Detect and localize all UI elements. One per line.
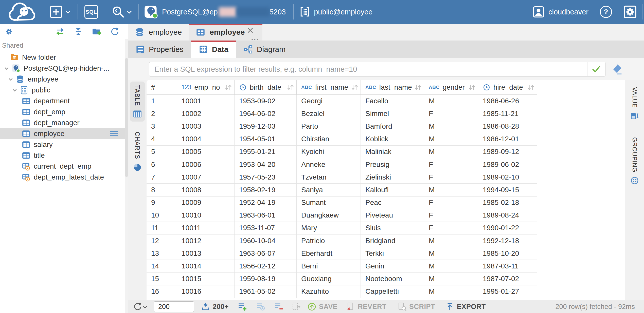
grid-cell[interactable]: 1963-06-07 — [235, 247, 297, 260]
grid-cell[interactable]: 1955-01-21 — [235, 146, 297, 158]
column-header-birth_date[interactable]: birth_date — [235, 80, 297, 95]
tab-charts-presentation[interactable]: CHARTS — [130, 128, 145, 175]
apply-filter-check-icon[interactable] — [592, 65, 601, 74]
grid-cell[interactable]: 10015 — [177, 273, 235, 285]
grid-cell[interactable]: Saniya — [297, 184, 361, 196]
context-menu-icon[interactable] — [110, 129, 118, 138]
grid-cell[interactable]: 10012 — [177, 234, 235, 247]
column-header-gender[interactable]: ABCgender — [424, 80, 478, 95]
grid-cell[interactable]: 1952-04-19 — [235, 197, 297, 209]
grid-cell[interactable]: Georgi — [297, 95, 361, 107]
grid-cell[interactable]: M — [424, 184, 478, 196]
grid-cell[interactable]: 1985-11-21 — [478, 107, 537, 120]
grid-cell[interactable]: Kalloufi — [361, 184, 424, 196]
row-number-cell[interactable]: 11 — [147, 222, 177, 234]
tree-item-salary[interactable]: salary — [0, 139, 128, 150]
tab-grouping-panel[interactable]: GROUPING — [627, 134, 642, 188]
grid-cell[interactable]: F — [424, 158, 478, 171]
row-number-cell[interactable]: 9 — [147, 197, 177, 209]
tree-item-department[interactable]: department — [0, 95, 128, 106]
grid-cell[interactable]: 10001 — [177, 95, 235, 107]
column-header-emp_no[interactable]: 123emp_no — [177, 80, 235, 95]
settings-gear-icon[interactable] — [623, 5, 637, 18]
grid-cell[interactable]: Eberhardt — [297, 247, 361, 260]
grid-cell[interactable]: Zielinski — [361, 171, 424, 184]
tree-item-employee[interactable]: employee — [0, 74, 128, 85]
sort-arrows-icon[interactable] — [286, 84, 294, 91]
grid-cell[interactable]: 10016 — [177, 285, 235, 298]
grid-cell[interactable]: Piveteau — [361, 209, 424, 222]
revert-button[interactable]: REVERT — [346, 302, 386, 311]
grid-cell[interactable]: 1992-12-18 — [478, 234, 537, 247]
grid-cell[interactable]: 1989-08-24 — [478, 209, 537, 222]
tab-data[interactable]: Data — [191, 41, 236, 58]
grid-cell[interactable]: 1953-04-20 — [235, 158, 297, 171]
grid-cell[interactable]: M — [424, 133, 478, 146]
grid-cell[interactable]: Kazuhito — [297, 285, 361, 298]
refresh-results-button[interactable] — [133, 302, 148, 311]
grid-cell[interactable]: 10009 — [177, 197, 235, 209]
grid-cell[interactable]: Duangkaew — [297, 209, 361, 222]
grid-cell[interactable]: 1954-05-01 — [235, 133, 297, 146]
apply-changes-script-icon[interactable] — [292, 302, 301, 311]
grid-cell[interactable]: Bamford — [361, 120, 424, 133]
grid-cell[interactable]: Sluis — [361, 222, 424, 234]
grid-cell[interactable]: M — [424, 146, 478, 158]
row-number-cell[interactable]: 5 — [147, 146, 177, 158]
schema-selector[interactable]: public@employee — [300, 7, 372, 17]
grid-cell[interactable]: Bezalel — [297, 107, 361, 120]
collapse-all-icon[interactable] — [74, 27, 83, 36]
grid-cell[interactable]: 1986-12-01 — [478, 133, 537, 146]
grid-cell[interactable]: Genin — [361, 260, 424, 272]
tree-item-dept-manager[interactable]: dept_manager — [0, 117, 128, 128]
grid-cell[interactable]: 1985-10-20 — [478, 247, 537, 260]
grid-cell[interactable]: M — [424, 95, 478, 107]
driver-manager-icon[interactable] — [112, 5, 125, 18]
row-number-cell[interactable]: 1 — [147, 95, 177, 107]
refresh-tree-icon[interactable] — [110, 27, 119, 36]
sidebar-settings-gear-icon[interactable] — [5, 27, 13, 36]
grid-cell[interactable]: 1989-09-12 — [478, 146, 537, 158]
grid-cell[interactable]: Cappelletti — [361, 285, 424, 298]
clear-filter-eraser-icon[interactable] — [611, 64, 622, 75]
grid-cell[interactable]: 10010 — [177, 209, 235, 222]
grid-cell[interactable]: 1986-06-26 — [478, 95, 537, 107]
grid-cell[interactable]: 1987-03-11 — [478, 260, 537, 272]
delete-row-icon[interactable] — [274, 302, 283, 311]
grid-cell[interactable]: 10004 — [177, 133, 235, 146]
sort-arrows-icon[interactable] — [350, 84, 359, 91]
grid-cell[interactable]: 1961-05-02 — [235, 285, 297, 298]
grid-cell[interactable]: 1959-12-03 — [235, 120, 297, 133]
row-number-cell[interactable]: 16 — [147, 285, 177, 298]
grid-cell[interactable]: 10002 — [177, 107, 235, 120]
tab-table-presentation[interactable]: TABLE — [130, 82, 145, 122]
row-number-cell[interactable]: 12 — [147, 234, 177, 247]
grid-cell[interactable]: 10005 — [177, 146, 235, 158]
grid-cell[interactable]: 10006 — [177, 158, 235, 171]
grid-cell[interactable]: 1963-06-01 — [235, 209, 297, 222]
grid-cell[interactable]: 10007 — [177, 171, 235, 184]
tab-menu-icon[interactable]: ... — [251, 35, 259, 40]
grid-cell[interactable]: Preusig — [361, 158, 424, 171]
sql-editor-button[interactable]: SQL — [84, 5, 98, 19]
grid-cell[interactable]: Guoxiang — [297, 273, 361, 285]
grid-cell[interactable]: 1989-02-10 — [478, 171, 537, 184]
grid-cell[interactable]: M — [424, 260, 478, 272]
grid-cell[interactable]: Kyoichi — [297, 146, 361, 158]
grid-cell[interactable]: Peac — [361, 197, 424, 209]
grid-cell[interactable]: Bridgland — [361, 234, 424, 247]
grid-cell[interactable]: Sumant — [297, 197, 361, 209]
grid-cell[interactable]: F — [424, 222, 478, 234]
grid-cell[interactable]: Berni — [297, 260, 361, 272]
grid-cell[interactable]: 1960-10-04 — [235, 234, 297, 247]
grid-cell[interactable]: Maliniak — [361, 146, 424, 158]
add-row-icon[interactable] — [238, 302, 247, 311]
sidebar-scrollbar[interactable] — [125, 39, 128, 313]
grid-cell[interactable]: 1957-05-23 — [235, 171, 297, 184]
chevron-down-icon[interactable] — [65, 8, 71, 16]
column-header-row-number[interactable]: # — [147, 80, 177, 95]
tree-item-current-dept-emp[interactable]: current_dept_emp — [0, 161, 128, 172]
grid-cell[interactable]: Koblick — [361, 133, 424, 146]
grid-cell[interactable]: 1986-08-28 — [478, 120, 537, 133]
row-number-cell[interactable]: 10 — [147, 209, 177, 222]
